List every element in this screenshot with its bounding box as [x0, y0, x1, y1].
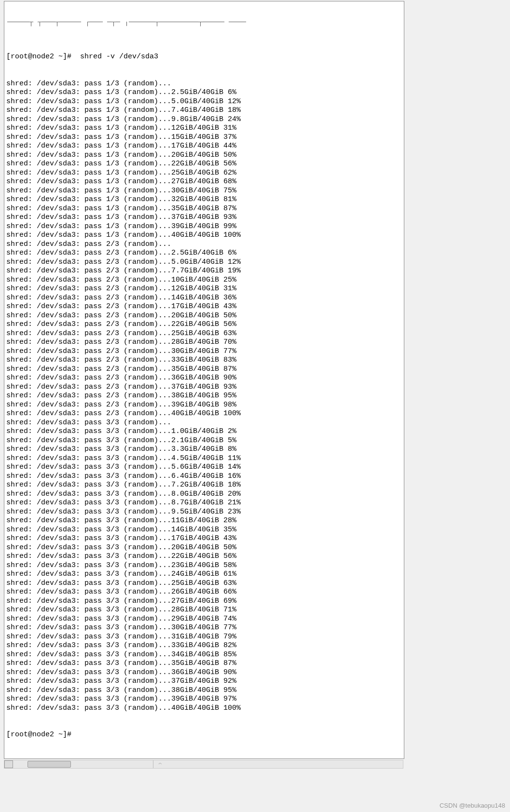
output-line: shred: /dev/sda3: pass 3/3 (random)...37…	[6, 677, 402, 686]
output-line: shred: /dev/sda3: pass 2/3 (random)...14…	[6, 294, 402, 303]
output-line: shred: /dev/sda3: pass 1/3 (random)...40…	[6, 231, 402, 240]
output-line: shred: /dev/sda3: pass 2/3 (random)...40…	[6, 409, 402, 419]
output-line: shred: /dev/sda3: pass 3/3 (random)...6.…	[6, 472, 402, 481]
output-line: shred: /dev/sda3: pass 1/3 (random)...7.…	[6, 106, 402, 115]
output-line: shred: /dev/sda3: pass 2/3 (random)...17…	[6, 302, 402, 311]
output-line: shred: /dev/sda3: pass 3/3 (random)...26…	[6, 588, 402, 597]
output-line: shred: /dev/sda3: pass 3/3 (random)...36…	[6, 668, 402, 677]
shred-output-lines: shred: /dev/sda3: pass 1/3 (random)...sh…	[6, 80, 402, 713]
output-line: shred: /dev/sda3: pass 1/3 (random)...35…	[6, 204, 402, 214]
output-line: shred: /dev/sda3: pass 2/3 (random)...10…	[6, 276, 402, 285]
scroll-thumb[interactable]	[28, 761, 71, 768]
output-line: shred: /dev/sda3: pass 3/3 (random)...4.…	[6, 454, 402, 463]
output-line: shred: /dev/sda3: pass 3/3 (random)...14…	[6, 526, 402, 535]
output-line: shred: /dev/sda3: pass 3/3 (random)...20…	[6, 543, 402, 553]
output-line: shred: /dev/sda3: pass 2/3 (random)...5.…	[6, 258, 402, 267]
output-line: shred: /dev/sda3: pass 1/3 (random)...12…	[6, 124, 402, 133]
output-line: shred: /dev/sda3: pass 2/3 (random)...12…	[6, 284, 402, 294]
output-line: shred: /dev/sda3: pass 2/3 (random)...36…	[6, 374, 402, 383]
output-line: shred: /dev/sda3: pass 3/3 (random)...3.…	[6, 445, 402, 454]
output-line: shred: /dev/sda3: pass 3/3 (random)...23…	[6, 561, 402, 570]
output-line: shred: /dev/sda3: pass 3/3 (random)...5.…	[6, 463, 402, 472]
output-line: shred: /dev/sda3: pass 3/3 (random)...2.…	[6, 436, 402, 446]
output-line: shred: /dev/sda3: pass 1/3 (random)...30…	[6, 187, 402, 196]
output-line: shred: /dev/sda3: pass 3/3 (random)...11…	[6, 516, 402, 526]
output-line: shred: /dev/sda3: pass 3/3 (random)...30…	[6, 623, 402, 633]
output-line: shred: /dev/sda3: pass 3/3 (random)...8.…	[6, 490, 402, 499]
output-line: shred: /dev/sda3: pass 2/3 (random)...	[6, 240, 402, 249]
output-line: shred: /dev/sda3: pass 2/3 (random)...39…	[6, 401, 402, 410]
output-line: shred: /dev/sda3: pass 3/3 (random)...7.…	[6, 481, 402, 490]
terminal-window: ─────┬ ┬───┬───── ┌─── ─┬─ ╷──────┬─────…	[4, 1, 404, 759]
output-line: shred: /dev/sda3: pass 3/3 (random)...22…	[6, 552, 402, 561]
scroll-mark: ⌒	[159, 761, 161, 767]
output-line: shred: /dev/sda3: pass 1/3 (random)...	[6, 80, 402, 89]
scroll-divider	[153, 760, 153, 768]
output-line: shred: /dev/sda3: pass 1/3 (random)...9.…	[6, 115, 402, 124]
output-line: shred: /dev/sda3: pass 3/3 (random)...40…	[6, 704, 402, 713]
output-line: shred: /dev/sda3: pass 3/3 (random)...27…	[6, 597, 402, 606]
output-line: shred: /dev/sda3: pass 2/3 (random)...38…	[6, 392, 402, 401]
output-line: shred: /dev/sda3: pass 3/3 (random)...33…	[6, 641, 402, 650]
output-line: shred: /dev/sda3: pass 3/3 (random)...29…	[6, 615, 402, 624]
output-line: shred: /dev/sda3: pass 2/3 (random)...20…	[6, 311, 402, 321]
output-line: shred: /dev/sda3: pass 1/3 (random)...32…	[6, 195, 402, 204]
output-line: shred: /dev/sda3: pass 1/3 (random)...25…	[6, 169, 402, 178]
output-line: shred: /dev/sda3: pass 2/3 (random)...35…	[6, 365, 402, 374]
output-line: shred: /dev/sda3: pass 1/3 (random)...5.…	[6, 97, 402, 107]
output-line: shred: /dev/sda3: pass 3/3 (random)...	[6, 419, 402, 428]
output-line: shred: /dev/sda3: pass 2/3 (random)...2.…	[6, 249, 402, 258]
output-line: shred: /dev/sda3: pass 3/3 (random)...35…	[6, 659, 402, 668]
output-line: shred: /dev/sda3: pass 3/3 (random)...38…	[6, 686, 402, 695]
output-line: shred: /dev/sda3: pass 3/3 (random)...39…	[6, 695, 402, 704]
output-line: shred: /dev/sda3: pass 3/3 (random)...9.…	[6, 508, 402, 517]
output-line: shred: /dev/sda3: pass 1/3 (random)...39…	[6, 222, 402, 231]
output-line: shred: /dev/sda3: pass 2/3 (random)...22…	[6, 320, 402, 329]
final-prompt[interactable]: [root@node2 ~]#	[6, 731, 402, 740]
output-line: shred: /dev/sda3: pass 1/3 (random)...17…	[6, 142, 402, 151]
scroll-left-button[interactable]	[4, 760, 13, 768]
output-line: shred: /dev/sda3: pass 3/3 (random)...25…	[6, 579, 402, 588]
output-line: shred: /dev/sda3: pass 2/3 (random)...25…	[6, 329, 402, 338]
output-line: shred: /dev/sda3: pass 1/3 (random)...27…	[6, 177, 402, 187]
output-line: shred: /dev/sda3: pass 1/3 (random)...22…	[6, 160, 402, 169]
output-line: shred: /dev/sda3: pass 1/3 (random)...37…	[6, 213, 402, 222]
output-line: shred: /dev/sda3: pass 2/3 (random)...33…	[6, 356, 402, 365]
output-line: shred: /dev/sda3: pass 1/3 (random)...20…	[6, 151, 402, 160]
command-prompt-line: [root@node2 ~]# shred -v /dev/sda3	[6, 53, 402, 62]
output-line: shred: /dev/sda3: pass 1/3 (random)...15…	[6, 133, 402, 142]
output-line: shred: /dev/sda3: pass 3/3 (random)...17…	[6, 534, 402, 543]
output-line: shred: /dev/sda3: pass 2/3 (random)...28…	[6, 338, 402, 347]
output-line: shred: /dev/sda3: pass 2/3 (random)...7.…	[6, 267, 402, 276]
output-line: shred: /dev/sda3: pass 3/3 (random)...28…	[6, 606, 402, 615]
horizontal-scrollbar[interactable]: ⌒	[4, 760, 403, 769]
output-line: shred: /dev/sda3: pass 2/3 (random)...30…	[6, 347, 402, 356]
truncated-previous-line: ─────┬ ┬───┬───── ┌─── ─┬─ ╷──────┬─────…	[6, 20, 402, 35]
output-line: shred: /dev/sda3: pass 3/3 (random)...31…	[6, 633, 402, 642]
terminal-output[interactable]: ─────┬ ┬───┬───── ┌─── ─┬─ ╷──────┬─────…	[4, 1, 404, 758]
output-line: shred: /dev/sda3: pass 3/3 (random)...1.…	[6, 427, 402, 436]
output-line: shred: /dev/sda3: pass 3/3 (random)...24…	[6, 570, 402, 579]
output-line: shred: /dev/sda3: pass 2/3 (random)...37…	[6, 383, 402, 392]
output-line: shred: /dev/sda3: pass 1/3 (random)...2.…	[6, 88, 402, 97]
output-line: shred: /dev/sda3: pass 3/3 (random)...8.…	[6, 499, 402, 508]
output-line: shred: /dev/sda3: pass 3/3 (random)...34…	[6, 650, 402, 660]
